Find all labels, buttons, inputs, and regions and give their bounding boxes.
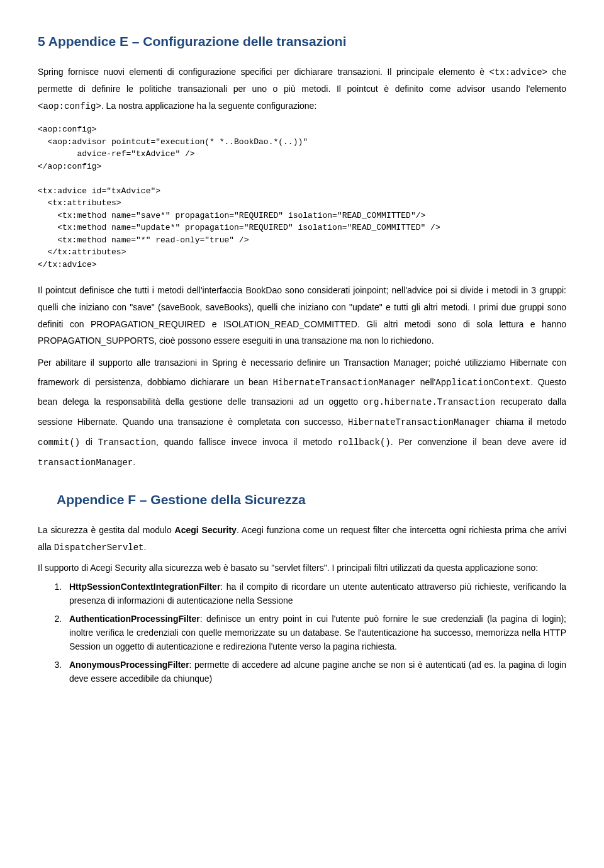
- text: La sicurezza è gestita dal modulo: [38, 525, 175, 535]
- code-tx-manager-id: transactionManager: [38, 458, 133, 468]
- code-rollback: rollback(): [338, 437, 391, 448]
- paragraph-pointcut: Il pointcut definisce che tutti i metodi…: [38, 282, 566, 349]
- text: .: [144, 542, 147, 552]
- code-transaction: Transaction: [98, 437, 156, 448]
- text: Spring fornisce nuovi elementi di config…: [38, 67, 489, 77]
- text: . Per convenzione il bean deve avere id: [391, 437, 566, 447]
- list-item: AnonymousProcessingFilter: permette di a…: [64, 658, 566, 685]
- code-block-config: <aop:config> <aop:advisor pointcut="exec…: [38, 123, 566, 271]
- text: nell': [415, 377, 435, 387]
- code-hibernate-tx-mgr: HibernateTransactionManager: [273, 378, 416, 388]
- paragraph-filters-intro: Il supporto di Acegi Security alla sicur…: [38, 560, 566, 577]
- paragraph-acegi: La sicurezza è gestita dal modulo Acegi …: [38, 522, 566, 556]
- bold-acegi: Acegi Security: [175, 525, 237, 535]
- list-item: HttpSessionContextIntegrationFilter: ha …: [64, 580, 566, 607]
- code-hibernate-tx-mgr2: HibernateTransactionManager: [348, 417, 491, 427]
- text: , quando fallisce invece invoca il metod…: [156, 437, 338, 447]
- text: .: [133, 457, 135, 467]
- text: chiama il metodo: [491, 417, 566, 427]
- filter-name-3: AnonymousProcessingFilter: [69, 660, 189, 670]
- code-tx-advice: <tx:advice>: [489, 67, 547, 77]
- code-aop-config: <aop:config>: [38, 101, 101, 111]
- text: di: [80, 437, 98, 447]
- heading-appendix-e: 5 Appendice E – Configurazione delle tra…: [38, 31, 566, 52]
- code-org-hibernate-tx: org.hibernate.Transaction: [363, 397, 495, 407]
- code-commit: commit(): [38, 437, 80, 448]
- filter-list: HttpSessionContextIntegrationFilter: ha …: [38, 580, 566, 686]
- code-dispatcher-servlet: DispatcherServlet: [54, 543, 144, 553]
- intro-paragraph: Spring fornisce nuovi elementi di config…: [38, 64, 566, 115]
- filter-name-2: AuthenticationProcessingFilter: [69, 614, 200, 624]
- text: . La nostra applicazione ha la seguente …: [101, 101, 316, 111]
- paragraph-tx-manager: Per abilitare il supporto alle transazio…: [38, 353, 566, 473]
- heading-appendix-f: Appendice F – Gestione della Sicurezza: [57, 490, 566, 510]
- code-app-context: ApplicationContext: [435, 378, 530, 388]
- list-item: AuthenticationProcessingFilter: definisc…: [64, 612, 566, 653]
- filter-name-1: HttpSessionContextIntegrationFilter: [69, 582, 220, 592]
